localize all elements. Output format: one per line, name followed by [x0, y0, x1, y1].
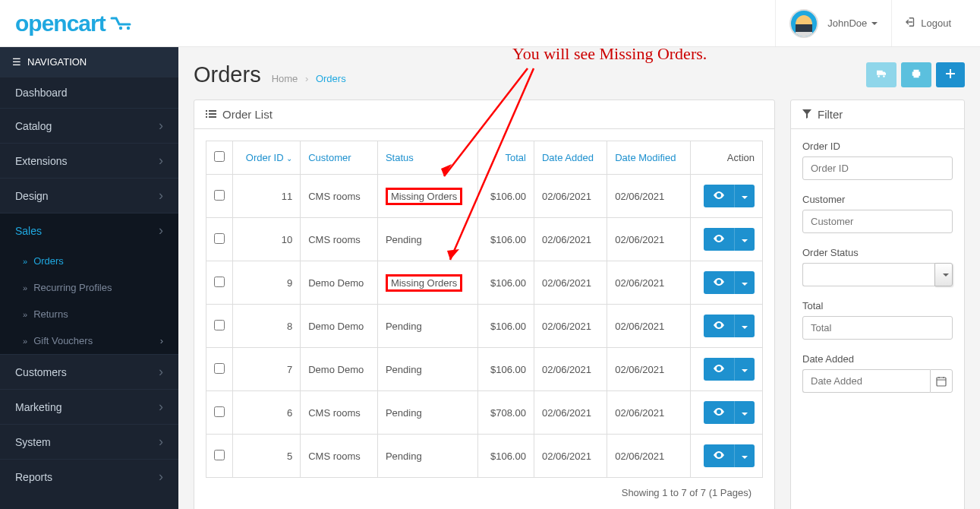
cell-status: Pending [377, 391, 477, 435]
cell-date-modified: 02/06/2021 [607, 175, 691, 218]
invoice-button[interactable] [866, 62, 896, 87]
cell-customer: CMS rooms [301, 218, 378, 261]
row-checkbox[interactable] [214, 233, 225, 244]
eye-icon [714, 235, 724, 242]
caret-down-icon [742, 326, 748, 329]
table-row: 8Demo DemoPending$106.0002/06/202102/06/… [206, 305, 763, 348]
th-customer[interactable]: Customer [301, 141, 378, 175]
double-angle-icon: » [23, 337, 27, 346]
svg-point-9 [718, 238, 720, 240]
cell-date-modified: 02/06/2021 [607, 261, 691, 305]
double-angle-icon: » [23, 283, 27, 292]
cell-date-modified: 02/06/2021 [607, 348, 691, 391]
filter-order-id-input[interactable] [802, 156, 953, 180]
cell-order-id: 5 [233, 435, 301, 478]
svg-point-14 [718, 454, 720, 457]
sidebar-item-system[interactable]: System› [0, 424, 178, 459]
cell-date-modified: 02/06/2021 [607, 218, 691, 261]
row-checkbox[interactable] [214, 363, 225, 374]
sidebar: ☰ NAVIGATION DashboardCatalog›Extensions… [0, 47, 178, 509]
view-button[interactable] [704, 271, 734, 294]
cell-date-modified: 02/06/2021 [607, 435, 691, 478]
cell-order-id: 9 [233, 261, 301, 305]
eye-icon [714, 365, 724, 372]
cell-customer: CMS rooms [301, 435, 378, 478]
add-button[interactable] [936, 62, 965, 87]
svg-point-13 [718, 411, 720, 413]
sidebar-subitem-returns[interactable]: »Returns [0, 301, 178, 327]
action-dropdown-button[interactable] [734, 444, 755, 467]
status-highlight: Missing Orders [386, 188, 462, 205]
user-menu[interactable]: JohnDoe [775, 0, 892, 46]
chevron-right-icon: › [160, 335, 163, 346]
cell-status: Missing Orders [377, 261, 477, 305]
view-button[interactable] [704, 444, 734, 467]
filter-heading: Filter [791, 100, 964, 129]
sidebar-subitem-recurring-profiles[interactable]: »Recurring Profiles [0, 274, 178, 301]
page-header: Orders Home › Orders [194, 62, 965, 87]
cell-status: Pending [377, 348, 477, 391]
calendar-button[interactable] [930, 369, 953, 393]
view-button[interactable] [704, 401, 734, 424]
header-right: JohnDoe Logout [775, 0, 965, 46]
chevron-right-icon: › [159, 399, 163, 415]
action-dropdown-button[interactable] [734, 228, 755, 251]
cell-customer: Demo Demo [301, 348, 378, 391]
filter-customer-input[interactable] [802, 210, 953, 233]
th-status[interactable]: Status [377, 141, 477, 175]
th-total[interactable]: Total [478, 141, 534, 175]
sidebar-item-customers[interactable]: Customers› [0, 354, 178, 389]
sidebar-item-catalog[interactable]: Catalog› [0, 108, 178, 143]
action-dropdown-button[interactable] [734, 358, 755, 381]
filter-status-toggle[interactable] [934, 263, 953, 286]
cell-total: $106.00 [478, 175, 534, 218]
breadcrumb-orders[interactable]: Orders [316, 73, 346, 84]
cell-total: $106.00 [478, 435, 534, 478]
sort-desc-icon: ⌄ [286, 154, 292, 163]
view-button[interactable] [704, 358, 734, 381]
select-all-checkbox[interactable] [214, 151, 225, 162]
view-button[interactable] [704, 228, 734, 251]
logo[interactable]: opencart [15, 11, 136, 36]
row-checkbox[interactable] [214, 450, 225, 460]
action-dropdown-button[interactable] [734, 401, 755, 424]
nav-title: NAVIGATION [27, 56, 87, 68]
th-order-id[interactable]: Order ID ⌄ [233, 141, 301, 175]
row-checkbox[interactable] [214, 406, 225, 417]
action-dropdown-button[interactable] [734, 315, 755, 337]
action-buttons [866, 62, 965, 87]
th-date-added[interactable]: Date Added [534, 141, 607, 175]
breadcrumb-home[interactable]: Home [272, 73, 298, 84]
filter-order-id-label: Order ID [802, 141, 953, 152]
double-angle-icon: » [23, 310, 27, 319]
eye-icon [714, 321, 724, 329]
print-button[interactable] [901, 62, 931, 87]
sidebar-item-sales[interactable]: Sales› [0, 213, 178, 248]
view-button[interactable] [704, 185, 734, 207]
row-checkbox[interactable] [214, 190, 225, 201]
sidebar-item-design[interactable]: Design› [0, 178, 178, 213]
cell-customer: CMS rooms [301, 391, 378, 435]
nav-header: ☰ NAVIGATION [0, 47, 178, 77]
caret-down-icon [943, 273, 949, 277]
view-button[interactable] [704, 315, 734, 337]
sidebar-item-marketing[interactable]: Marketing› [0, 389, 178, 424]
filter-total-input[interactable] [802, 316, 953, 340]
sidebar-item-reports[interactable]: Reports› [0, 459, 178, 494]
logout-link[interactable]: Logout [892, 0, 965, 46]
sidebar-subitem-gift-vouchers[interactable]: »Gift Vouchers› [0, 327, 178, 354]
row-checkbox[interactable] [214, 277, 225, 287]
filter-status-select[interactable] [802, 263, 934, 286]
sidebar-item-extensions[interactable]: Extensions› [0, 143, 178, 178]
sidebar-subitem-orders[interactable]: »Orders [0, 248, 178, 274]
filter-date-added-input[interactable] [802, 369, 930, 393]
caret-down-icon [742, 239, 748, 242]
row-checkbox[interactable] [214, 320, 225, 330]
sidebar-item-dashboard[interactable]: Dashboard [0, 77, 178, 108]
action-dropdown-button[interactable] [734, 271, 755, 294]
logo-text: opencart [15, 11, 106, 36]
action-dropdown-button[interactable] [734, 185, 755, 207]
cell-total: $106.00 [478, 305, 534, 348]
page-title: Orders [194, 62, 261, 87]
th-date-modified[interactable]: Date Modified [607, 141, 691, 175]
